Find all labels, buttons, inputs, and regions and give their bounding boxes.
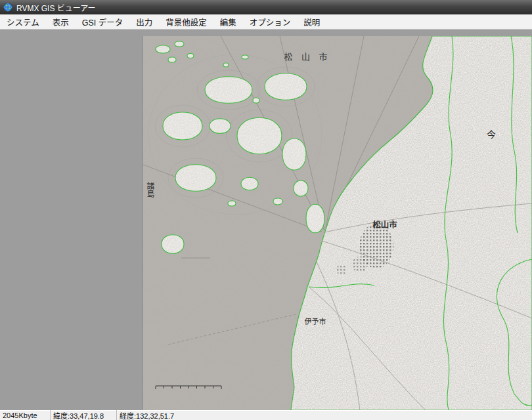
map-label-matsuyama-center: 松山市 <box>372 220 397 230</box>
window-title: RVMX GIS ビューアー <box>16 2 96 13</box>
latitude-readout: 緯度:33,47,19.8 <box>50 410 116 420</box>
longitude-readout: 経度:132,32,51.7 <box>116 410 177 420</box>
map-label-matsuyama-top: 松 山 市 <box>284 52 330 62</box>
menu-item-view[interactable]: 表示 <box>46 14 76 29</box>
menu-item-label: オプション <box>250 16 291 28</box>
map-label-islands: 諸島 <box>145 181 154 198</box>
client-area: 松 山 市 松山市 伊予市 諸島 今 <box>0 30 532 410</box>
menu-item-label: GSI データ <box>82 16 123 28</box>
menu-item-gsi-data[interactable]: GSI データ <box>76 14 130 29</box>
menu-item-background-settings[interactable]: 背景他設定 <box>159 14 213 29</box>
menu-item-label: 説明 <box>303 16 320 28</box>
memory-status: 2045Kbyte <box>0 411 50 419</box>
menu-bar: システム 表示 GSI データ 出力 背景他設定 編集 オプション 説明 <box>0 14 532 30</box>
menu-item-label: システム <box>7 16 39 28</box>
status-bar: 2045Kbyte 緯度:33,47,19.8 経度:132,32,51.7 <box>0 410 532 420</box>
map-canvas[interactable]: 松 山 市 松山市 伊予市 諸島 今 <box>143 36 532 410</box>
map-label-iyo-city: 伊予市 <box>305 317 326 326</box>
menu-item-edit[interactable]: 編集 <box>213 14 243 29</box>
menu-item-label: 編集 <box>220 16 236 28</box>
menu-item-help[interactable]: 説明 <box>297 14 326 29</box>
map-label-ima: 今 <box>487 129 496 140</box>
globe-icon <box>3 3 12 12</box>
map-viewport[interactable]: 松 山 市 松山市 伊予市 諸島 今 <box>143 36 532 410</box>
app-window: RVMX GIS ビューアー システム 表示 GSI データ 出力 背景他設定 … <box>0 0 532 420</box>
menu-item-label: 出力 <box>136 16 152 28</box>
menu-item-options[interactable]: オプション <box>243 14 298 29</box>
menu-item-label: 背景他設定 <box>166 16 207 28</box>
menu-item-system[interactable]: システム <box>0 14 46 29</box>
title-bar: RVMX GIS ビューアー <box>0 0 532 14</box>
menu-item-label: 表示 <box>53 16 69 28</box>
menu-item-output[interactable]: 出力 <box>129 14 159 29</box>
